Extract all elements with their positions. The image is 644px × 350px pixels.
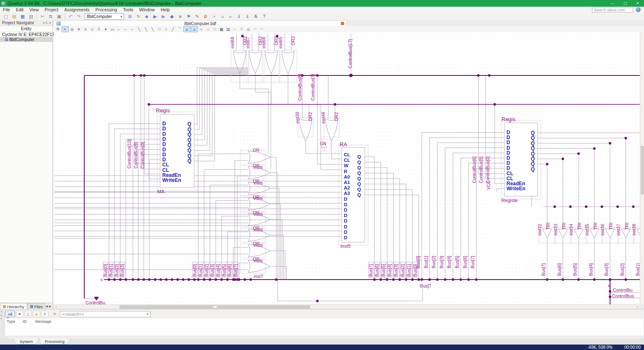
vertical-scroll-thumb[interactable] xyxy=(641,146,644,194)
filter-warning-icon[interactable]: ▲ xyxy=(33,311,40,317)
pin-planner-icon[interactable]: ◈ xyxy=(143,13,151,20)
line-tool-icon[interactable]: ╱ xyxy=(170,26,176,32)
menu-edit[interactable]: Edit xyxy=(13,7,26,12)
netlist-small2-icon[interactable]: ▹ xyxy=(227,13,234,20)
zoom-in-icon[interactable]: ⊕ xyxy=(198,26,205,32)
navigator-item-1[interactable]: ›8bitComputer xyxy=(0,37,52,42)
clip-b-icon[interactable]: ⧉ xyxy=(239,26,245,32)
messages-close-icon[interactable]: ✕ xyxy=(0,310,3,313)
net-label[interactable]: ControlBus[7] xyxy=(310,74,315,101)
redo-icon[interactable]: ↷ xyxy=(75,13,83,20)
tool-dropdown-icon[interactable]: ▾ xyxy=(103,26,109,32)
messages-search-input[interactable]: <<Search>>▼ xyxy=(60,311,151,317)
stop-icon[interactable]: ⊘ xyxy=(202,13,209,20)
navigator-close-icon[interactable]: ✕ xyxy=(49,21,51,25)
orthogonal-conduit-icon[interactable]: ⌐ xyxy=(130,26,136,32)
zoom-tool-icon[interactable]: ◎ xyxy=(69,26,75,32)
diagonal-node-icon[interactable]: ╲ xyxy=(136,26,143,32)
selection-tool-icon[interactable]: ↖ xyxy=(62,26,69,32)
rubberbanding-on-icon[interactable]: ⊿ xyxy=(183,26,190,32)
assignment-organizer-icon[interactable]: ✎ xyxy=(135,13,142,20)
schematic-canvas[interactable]: inst68OR2inst67OR2inst66OR2inst65OR2inst… xyxy=(54,32,640,304)
net-label[interactable]: inst33 xyxy=(553,224,558,236)
net-label[interactable]: ControlBus[0] xyxy=(485,156,490,183)
net-label[interactable]: Bus[7] xyxy=(233,262,238,277)
assembler-icon[interactable]: ✎ xyxy=(193,13,201,20)
programmer-icon[interactable]: ⚑ xyxy=(185,13,192,20)
new-file-icon[interactable]: ▢ xyxy=(2,13,10,20)
horizontal-scroll-thumb[interactable] xyxy=(119,305,310,309)
start-compilation-icon[interactable]: ▶ xyxy=(151,13,159,20)
zoom-out-icon[interactable]: ⊖ xyxy=(205,26,211,32)
net-label[interactable]: ControlBus[0] xyxy=(140,142,145,169)
net-label[interactable]: Bus[5] xyxy=(454,256,460,268)
menu-tools[interactable]: Tools xyxy=(120,7,136,12)
net-label[interactable]: inst36 xyxy=(600,224,605,236)
navigator-item-0[interactable]: Cyclone IV E: EP4CE22F17C6 xyxy=(0,32,52,37)
net-label[interactable]: Bus[0] xyxy=(415,256,421,268)
undo-icon[interactable]: ↶ xyxy=(67,13,74,20)
compilation-report-icon[interactable]: ◆ xyxy=(168,13,176,20)
net-label[interactable]: inst34 xyxy=(569,224,574,236)
net-label[interactable]: inst67 xyxy=(245,37,250,49)
open-file-icon[interactable]: ▤ xyxy=(10,13,18,20)
net-label[interactable]: Bus[1] xyxy=(108,262,114,277)
net-label[interactable]: Bus[2] xyxy=(204,262,209,277)
menu-processing[interactable]: Processing xyxy=(92,7,120,12)
net-label[interactable]: Bus[5] xyxy=(572,263,577,276)
navigator-pin-icon[interactable]: ▾ xyxy=(43,21,45,25)
document-tab-close-icon[interactable] xyxy=(341,22,344,25)
net-label[interactable]: OR2 xyxy=(334,112,339,121)
net-label[interactable]: Bus[1] xyxy=(406,262,412,277)
tabs-scroll-left-icon[interactable]: ◀ xyxy=(46,305,48,308)
minimize-button[interactable]: — xyxy=(606,0,619,7)
net-label[interactable]: inst30 xyxy=(295,112,300,124)
new-project-wizard-icon[interactable]: ⊞ xyxy=(126,13,134,20)
net-label[interactable]: Bus[4] xyxy=(387,262,392,277)
net-label[interactable]: Bus[1] xyxy=(635,263,640,276)
filter-error-icon[interactable]: ● xyxy=(16,311,23,317)
menu-help[interactable]: Help xyxy=(158,7,173,12)
net-label[interactable]: Bus[5] xyxy=(381,262,386,277)
clip-c-icon[interactable]: ▣ xyxy=(245,26,252,32)
net-label[interactable]: TRI xyxy=(593,223,598,230)
menu-view[interactable]: View xyxy=(26,7,42,12)
clip-a-icon[interactable]: ✂ xyxy=(232,26,238,32)
net-label[interactable]: inst48 xyxy=(321,112,326,124)
net-label[interactable]: Bus[1] xyxy=(198,262,203,277)
tab-system[interactable]: System xyxy=(14,339,39,345)
component-register-mar[interactable]: RegisMADDDDDDDDCLCLReadEnWriteEnQQQQQQQQ xyxy=(156,107,197,194)
net-label[interactable]: inst32 xyxy=(537,224,542,236)
net-label[interactable]: inst38 xyxy=(631,224,636,236)
timequest-icon[interactable]: ◔ xyxy=(210,13,218,20)
net-label[interactable]: ControlBus[5] xyxy=(478,156,483,183)
tab-hierarchy[interactable]: Hierarchy xyxy=(0,303,27,309)
component-ram[interactable]: RAinst5CLCLWRA0A1A2A3DDDDDDDDQQQQQQQQ xyxy=(339,141,368,249)
diagonal-conduit-icon[interactable]: ╲ xyxy=(150,26,156,32)
net-label[interactable]: ControlBus[6] xyxy=(472,156,477,183)
net-label[interactable]: Bus[1] xyxy=(423,256,428,268)
search-input[interactable]: Search altera.com xyxy=(592,7,633,13)
undo-editor-icon[interactable]: ↶ xyxy=(252,26,258,32)
net-label[interactable]: TRI xyxy=(608,223,613,230)
net-label[interactable]: OR2 xyxy=(308,112,313,121)
net-label[interactable]: inst66 xyxy=(261,37,266,49)
tabs-scroll-right-icon[interactable]: ▶ xyxy=(49,305,51,308)
net-label[interactable]: Bus[6] xyxy=(227,262,232,277)
net-label[interactable]: inst65 xyxy=(278,37,283,49)
chip-planner-icon[interactable]: A xyxy=(252,13,260,20)
rapid-recompile-icon[interactable]: ▶ xyxy=(160,13,167,20)
net-label[interactable]: Bus[3] xyxy=(119,262,125,277)
attach-window-icon[interactable]: ⧉ xyxy=(55,26,61,32)
net-label[interactable]: Bus[4] xyxy=(216,262,221,277)
net-label[interactable]: Bus[3] xyxy=(210,262,215,277)
net-label[interactable]: OR2 xyxy=(291,36,296,45)
menu-file[interactable]: File xyxy=(0,7,13,12)
arc-tool-icon[interactable]: ⌒ xyxy=(177,26,183,32)
net-label[interactable]: ControlBus[10] xyxy=(127,139,132,169)
help-icon[interactable]: ? xyxy=(260,13,268,20)
net-label[interactable]: ControlBus[9] xyxy=(133,142,138,169)
net-label[interactable]: Bus[3] xyxy=(439,256,444,268)
stop-processing-icon[interactable]: ■ xyxy=(177,13,184,20)
net-label[interactable]: Bus[6] xyxy=(557,263,562,276)
